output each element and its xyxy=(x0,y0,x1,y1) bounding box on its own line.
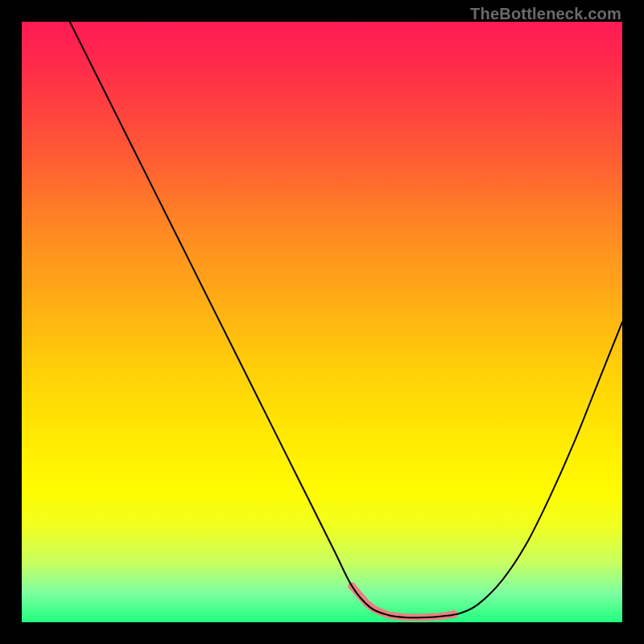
attribution-text: TheBottleneck.com xyxy=(470,5,621,23)
plot-area xyxy=(22,22,622,622)
flat-region-path xyxy=(352,586,454,617)
data-curve xyxy=(70,22,622,617)
flat-region-marker xyxy=(348,582,458,618)
chart-container: TheBottleneck.com xyxy=(0,0,644,644)
chart-svg xyxy=(22,22,622,622)
